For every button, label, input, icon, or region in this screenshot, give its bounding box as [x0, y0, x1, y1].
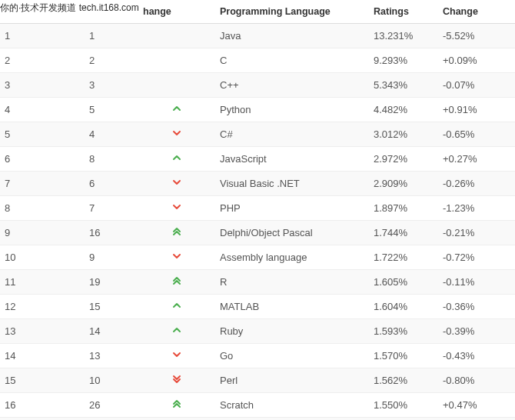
rating-value: 1.550% [369, 393, 438, 418]
language-name: JavaScript [215, 147, 369, 172]
rank-current: 17 [0, 418, 85, 421]
rank-current: 15 [0, 368, 85, 393]
change-value: -0.39% [438, 319, 515, 344]
language-name: PHP [215, 196, 369, 221]
header-col-f: Change [438, 0, 515, 24]
rank-change-icon-cell [138, 73, 215, 98]
chevron-up-icon [172, 104, 181, 113]
table-row: 1717Visual Basic1.489%-0.43% [0, 418, 515, 421]
table-row: 87PHP1.897%-1.23% [0, 196, 515, 221]
rank-change-icon-cell [138, 24, 215, 48]
chevron-up-icon [172, 325, 181, 335]
rank-change-icon-cell [138, 122, 215, 147]
rank-current: 8 [0, 196, 85, 221]
rank-change-icon-cell [138, 245, 215, 270]
rank-change-icon-cell [138, 172, 215, 196]
rank-previous: 6 [85, 172, 138, 196]
rank-current: 7 [0, 172, 85, 196]
table-row: 109Assembly language1.722%-0.72% [0, 245, 515, 270]
change-value: +0.91% [438, 98, 515, 122]
rating-value: 1.744% [369, 221, 438, 245]
rank-previous: 9 [85, 245, 138, 270]
change-value: +0.09% [438, 48, 515, 73]
rank-change-icon-cell [138, 98, 215, 122]
chevron-down-icon [172, 252, 181, 261]
rank-current: 3 [0, 73, 85, 98]
rank-current: 12 [0, 295, 85, 319]
rank-previous: 4 [85, 122, 138, 147]
table-row: 1314Ruby1.593%-0.39% [0, 319, 515, 344]
rank-current: 14 [0, 344, 85, 368]
change-value: -0.36% [438, 295, 515, 319]
change-value: -0.11% [438, 270, 515, 295]
rank-current: 5 [0, 122, 85, 147]
chevron-down-icon [172, 350, 181, 359]
change-value: -5.52% [438, 24, 515, 48]
rank-current: 11 [0, 270, 85, 295]
rank-change-icon-cell [138, 48, 215, 73]
rank-previous: 3 [85, 73, 138, 98]
rank-previous: 5 [85, 98, 138, 122]
change-value: -0.43% [438, 418, 515, 421]
chevron-up-icon [172, 301, 181, 310]
change-value: -0.80% [438, 368, 515, 393]
chevron-up-icon [172, 153, 181, 162]
rating-value: 5.343% [369, 73, 438, 98]
rating-value: 1.897% [369, 196, 438, 221]
change-value: -0.21% [438, 221, 515, 245]
language-name: Scratch [215, 393, 369, 418]
rating-value: 2.909% [369, 172, 438, 196]
change-value: +0.27% [438, 147, 515, 172]
rank-change-icon-cell [138, 368, 215, 393]
rank-previous: 7 [85, 196, 138, 221]
double-chevron-up-icon [172, 399, 181, 408]
rank-current: 6 [0, 147, 85, 172]
rank-change-icon-cell [138, 393, 215, 418]
rank-change-icon-cell [138, 221, 215, 245]
rank-previous: 15 [85, 295, 138, 319]
table-row: 22C9.293%+0.09% [0, 48, 515, 73]
language-name: Perl [215, 368, 369, 393]
double-chevron-up-icon [172, 227, 181, 236]
rank-previous: 2 [85, 48, 138, 73]
language-name: Delphi/Object Pascal [215, 221, 369, 245]
header-col-d: Programming Language [215, 0, 369, 24]
table-row: 68JavaScript2.972%+0.27% [0, 147, 515, 172]
rank-current: 16 [0, 393, 85, 418]
header-col-e: Ratings [369, 0, 438, 24]
table-row: 11Java13.231%-5.52% [0, 24, 515, 48]
ranking-table: hange Programming Language Ratings Chang… [0, 0, 515, 420]
rating-value: 3.012% [369, 122, 438, 147]
rank-previous: 16 [85, 221, 138, 245]
rank-previous: 17 [85, 418, 138, 421]
rank-change-icon-cell [138, 147, 215, 172]
double-chevron-down-icon [172, 375, 181, 384]
table-row: 76Visual Basic .NET2.909%-0.26% [0, 172, 515, 196]
rating-value: 9.293% [369, 48, 438, 73]
language-name: Python [215, 98, 369, 122]
rank-change-icon-cell [138, 418, 215, 421]
rank-change-icon-cell [138, 295, 215, 319]
language-name: C++ [215, 73, 369, 98]
language-name: C [215, 48, 369, 73]
language-name: Go [215, 344, 369, 368]
rank-current: 10 [0, 245, 85, 270]
table-row: 916Delphi/Object Pascal1.744%-0.21% [0, 221, 515, 245]
rating-value: 2.972% [369, 147, 438, 172]
rank-previous: 10 [85, 368, 138, 393]
table-row: 1119R1.605%-0.11% [0, 270, 515, 295]
language-name: MATLAB [215, 295, 369, 319]
change-value: -0.43% [438, 344, 515, 368]
rank-previous: 26 [85, 393, 138, 418]
rating-value: 1.604% [369, 295, 438, 319]
table-row: 1510Perl1.562%-0.80% [0, 368, 515, 393]
rank-current: 9 [0, 221, 85, 245]
rating-value: 1.570% [369, 344, 438, 368]
language-name: Java [215, 24, 369, 48]
header-col-b [85, 0, 138, 24]
change-value: -0.07% [438, 73, 515, 98]
table-row: 1215MATLAB1.604%-0.36% [0, 295, 515, 319]
change-value: -0.65% [438, 122, 515, 147]
double-chevron-up-icon [172, 276, 181, 285]
chevron-down-icon [172, 202, 181, 212]
